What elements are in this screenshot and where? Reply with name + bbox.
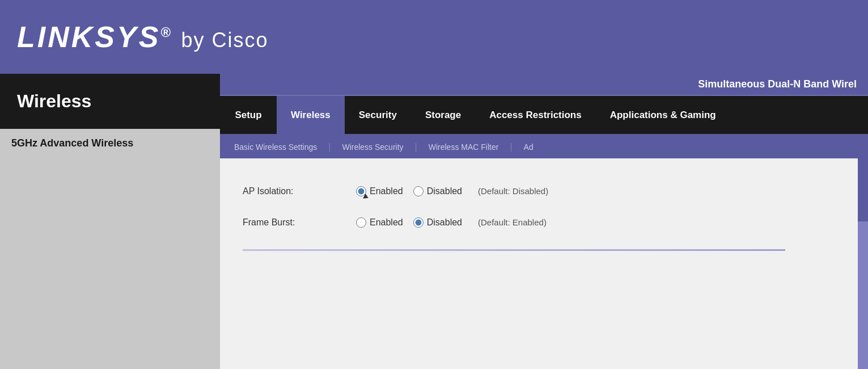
tab-security[interactable]: Security [345, 96, 411, 134]
sidebar-title: Wireless [0, 74, 220, 129]
frame-burst-enabled-option: Enabled [356, 217, 403, 228]
scrollbar-accent[interactable] [858, 158, 868, 369]
ap-isolation-default: (Default: Disabled) [478, 186, 548, 196]
header: LINKSYS® by Cisco [0, 0, 868, 74]
ap-isolation-disabled-option: Disabled [413, 186, 462, 196]
frame-burst-enabled-radio[interactable] [356, 217, 366, 228]
frame-burst-disabled-option: Disabled [413, 217, 462, 228]
tab-storage[interactable]: Storage [411, 96, 475, 134]
frame-burst-default: (Default: Enabled) [478, 217, 547, 227]
sidebar-section-title: 5GHz Advanced Wireless [11, 137, 209, 149]
logo-suffix: by Cisco [181, 28, 269, 52]
frame-burst-disabled-radio[interactable] [413, 217, 424, 228]
logo-brand: LINKSYS [17, 20, 160, 53]
sub-nav-advanced[interactable]: Ad [515, 142, 542, 152]
frame-burst-enabled-label[interactable]: Enabled [370, 217, 403, 228]
ap-isolation-label: AP Isolation: [243, 175, 356, 207]
logo-registered: ® [160, 24, 172, 40]
frame-burst-disabled-label[interactable]: Disabled [427, 217, 462, 228]
ap-isolation-enabled-label[interactable]: Enabled [370, 186, 403, 196]
frame-burst-radio-group: Enabled Disabled (Default: Enabled) [356, 217, 845, 228]
nav-tabs: Setup Wireless Security Storage Access R… [220, 96, 868, 136]
main-layout: Wireless 5GHz Advanced Wireless Simultan… [0, 74, 868, 369]
logo: LINKSYS® by Cisco [17, 20, 269, 54]
page-content: AP Isolation: Enabled Disabled (Defa [220, 158, 868, 369]
sub-nav-sep-1: | [325, 142, 333, 152]
bottom-divider [243, 249, 785, 251]
ap-isolation-enabled-option: Enabled [356, 186, 403, 196]
ap-isolation-row: AP Isolation: Enabled Disabled (Defa [243, 175, 845, 207]
settings-form: AP Isolation: Enabled Disabled (Defa [243, 175, 845, 238]
content-area: Simultaneous Dual-N Band Wirel Setup Wir… [220, 74, 868, 369]
tab-applications-gaming[interactable]: Applications & Gaming [596, 96, 730, 134]
sub-nav-basic-wireless[interactable]: Basic Wireless Settings [226, 142, 325, 152]
ap-isolation-disabled-label[interactable]: Disabled [427, 186, 462, 196]
tab-wireless[interactable]: Wireless [277, 96, 345, 134]
frame-burst-controls: Enabled Disabled (Default: Enabled) [356, 207, 845, 238]
sub-nav-wireless-mac-filter[interactable]: Wireless MAC Filter [420, 142, 507, 152]
sub-nav-wireless-security[interactable]: Wireless Security [333, 142, 412, 152]
sidebar: Wireless 5GHz Advanced Wireless [0, 74, 220, 369]
tab-access-restrictions[interactable]: Access Restrictions [475, 96, 596, 134]
ap-isolation-disabled-radio[interactable] [413, 186, 424, 196]
sub-nav-sep-2: | [412, 142, 420, 152]
ap-isolation-radio-group: Enabled Disabled (Default: Disabled) [356, 186, 845, 196]
sub-nav-sep-3: | [507, 142, 515, 152]
tab-setup[interactable]: Setup [220, 96, 277, 134]
sub-nav: Basic Wireless Settings | Wireless Secur… [220, 136, 868, 158]
frame-burst-label: Frame Burst: [243, 207, 356, 238]
ap-isolation-enabled-radio[interactable] [356, 186, 366, 196]
frame-burst-row: Frame Burst: Enabled Disabled (Defau [243, 207, 845, 238]
sidebar-section: 5GHz Advanced Wireless [0, 129, 220, 369]
device-subtitle: Simultaneous Dual-N Band Wirel [220, 74, 868, 96]
ap-isolation-controls: Enabled Disabled (Default: Disabled) [356, 175, 845, 207]
